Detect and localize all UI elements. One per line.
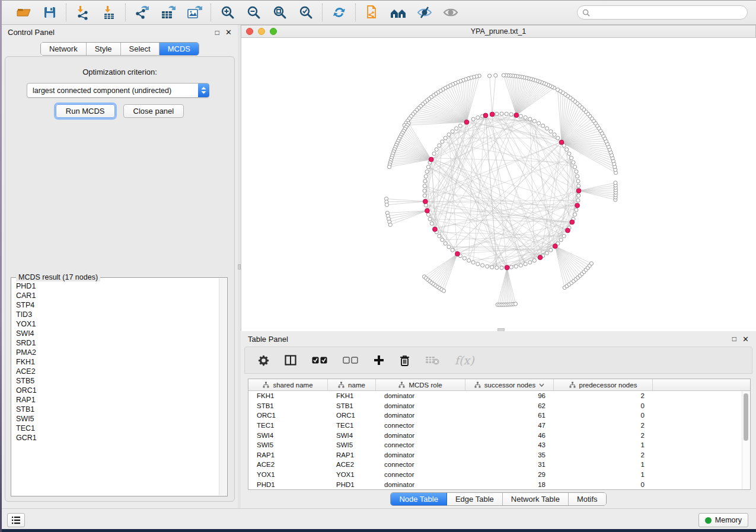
select-all-columns-icon[interactable] — [312, 356, 327, 364]
graph-node[interactable] — [577, 184, 580, 188]
graph-node[interactable] — [524, 116, 527, 119]
cell-MCDS-role[interactable]: dominator — [376, 432, 465, 439]
graph-node[interactable] — [614, 181, 617, 184]
graph-node[interactable] — [528, 261, 532, 264]
cell-name[interactable]: ACE2 — [328, 461, 376, 468]
graph-hub-node[interactable] — [575, 203, 580, 208]
run-mcds-button[interactable]: Run MCDS — [56, 104, 115, 118]
table-row-FKH1[interactable]: FKH1FKH1dominator962 — [248, 391, 742, 401]
cell-predecessor-nodes[interactable]: 1 — [554, 461, 653, 468]
cell-predecessor-nodes[interactable]: 2 — [554, 392, 653, 399]
tab-mcds[interactable]: MCDS — [160, 43, 199, 55]
cell-name[interactable]: SWI5 — [328, 441, 376, 448]
cell-name[interactable]: TEC1 — [328, 422, 376, 429]
task-history-button[interactable] — [7, 513, 25, 527]
graph-node[interactable] — [423, 189, 426, 193]
graph-node[interactable] — [467, 259, 471, 262]
graph-node[interactable] — [451, 248, 454, 252]
table-row-YOX1[interactable]: YOX1YOX1connector291 — [248, 470, 742, 480]
graph-hub-node[interactable] — [505, 265, 509, 270]
graph-node[interactable] — [462, 257, 466, 260]
graph-node[interactable] — [387, 165, 391, 169]
graph-node[interactable] — [549, 130, 553, 133]
graph-node[interactable] — [549, 248, 553, 252]
cell-shared-name[interactable]: ORC1 — [248, 412, 328, 419]
mcds-result-item[interactable]: STB5 — [16, 376, 219, 386]
graph-node[interactable] — [545, 127, 548, 130]
graph-node[interactable] — [495, 112, 499, 116]
graph-hub-node[interactable] — [429, 157, 433, 162]
add-column-icon[interactable] — [374, 355, 384, 366]
cell-successor-nodes[interactable]: 35 — [465, 451, 554, 459]
optimization-criterion-select[interactable]: largest connected component (undirected) — [27, 83, 209, 98]
cell-shared-name[interactable]: SWI5 — [248, 441, 328, 448]
cell-name[interactable]: STB1 — [328, 402, 376, 409]
cell-MCDS-role[interactable]: dominator — [376, 392, 465, 399]
column-header-predecessor-nodes[interactable]: predecessor nodes — [554, 379, 653, 390]
table-tab-edge-table[interactable]: Edge Table — [447, 493, 503, 505]
graph-node[interactable] — [528, 117, 532, 121]
graph-node[interactable] — [438, 143, 441, 147]
graph-hub-node[interactable] — [433, 227, 438, 232]
graph-node[interactable] — [573, 213, 577, 216]
graph-node[interactable] — [444, 136, 447, 140]
graph-node[interactable] — [388, 223, 392, 226]
cell-predecessor-nodes[interactable]: 2 — [554, 432, 653, 439]
delete-column-icon[interactable] — [400, 355, 410, 366]
cell-MCDS-role[interactable]: connector — [376, 461, 465, 468]
import-network-icon[interactable] — [74, 4, 92, 21]
graph-node[interactable] — [532, 119, 536, 123]
cell-name[interactable]: ORC1 — [328, 412, 376, 419]
memory-button[interactable]: Memory — [698, 513, 748, 527]
home-panel-icon[interactable] — [390, 4, 407, 21]
table-row-TEC1[interactable]: TEC1TEC1connector472 — [248, 421, 742, 431]
mcds-result-item[interactable]: ORC1 — [16, 386, 219, 395]
mcds-result-item[interactable]: RAP1 — [16, 395, 219, 405]
table-row-ACE2[interactable]: ACE2ACE2connector311 — [248, 460, 742, 470]
graph-node[interactable] — [435, 148, 438, 151]
graph-node[interactable] — [572, 161, 575, 164]
table-tab-network-table[interactable]: Network Table — [503, 493, 569, 505]
graph-hub-node[interactable] — [483, 113, 488, 118]
graph-hub-node[interactable] — [553, 244, 557, 249]
graph-node[interactable] — [432, 152, 436, 155]
graph-node[interactable] — [562, 234, 566, 238]
graph-node[interactable] — [577, 194, 580, 197]
graph-hub-node[interactable] — [425, 209, 430, 213]
cell-successor-nodes[interactable]: 61 — [465, 412, 554, 419]
mcds-result-item[interactable]: SRD1 — [16, 338, 219, 348]
cell-name[interactable]: SWI4 — [328, 432, 376, 439]
mcds-result-item[interactable]: GCR1 — [16, 433, 219, 443]
cell-MCDS-role[interactable]: dominator — [376, 481, 465, 488]
graph-hub-node[interactable] — [455, 252, 460, 257]
graph-hub-node[interactable] — [464, 120, 469, 124]
cell-successor-nodes[interactable]: 46 — [465, 432, 554, 439]
graph-hub-node[interactable] — [490, 112, 495, 117]
graph-node[interactable] — [513, 302, 517, 306]
cell-successor-nodes[interactable]: 29 — [465, 471, 554, 478]
apply-layout-icon[interactable] — [330, 4, 348, 21]
graph-hub-node[interactable] — [570, 220, 575, 225]
graph-node[interactable] — [423, 184, 426, 188]
graph-node[interactable] — [519, 264, 522, 267]
graph-node[interactable] — [532, 259, 536, 262]
graph-hub-node[interactable] — [566, 228, 570, 233]
graph-node[interactable] — [576, 175, 579, 178]
cell-predecessor-nodes[interactable]: 1 — [554, 471, 653, 478]
graph-node[interactable] — [488, 74, 492, 78]
graph-node[interactable] — [573, 165, 577, 169]
open-session-icon[interactable] — [15, 4, 33, 21]
export-network-icon[interactable] — [133, 4, 151, 21]
graph-node[interactable] — [537, 121, 541, 125]
column-header-shared-name[interactable]: shared name — [248, 379, 328, 390]
cell-predecessor-nodes[interactable]: 0 — [554, 412, 653, 419]
mcds-result-item[interactable]: PHD1 — [16, 281, 219, 291]
graph-node[interactable] — [451, 130, 454, 133]
graph-node[interactable] — [565, 148, 569, 151]
graph-node[interactable] — [438, 234, 441, 238]
graph-node[interactable] — [575, 208, 578, 211]
cell-name[interactable]: PHD1 — [328, 481, 376, 488]
network-canvas[interactable] — [241, 38, 756, 331]
table-scrollbar-thumb[interactable] — [744, 393, 748, 441]
table-row-PHD1[interactable]: PHD1PHD1dominator180 — [248, 479, 742, 489]
